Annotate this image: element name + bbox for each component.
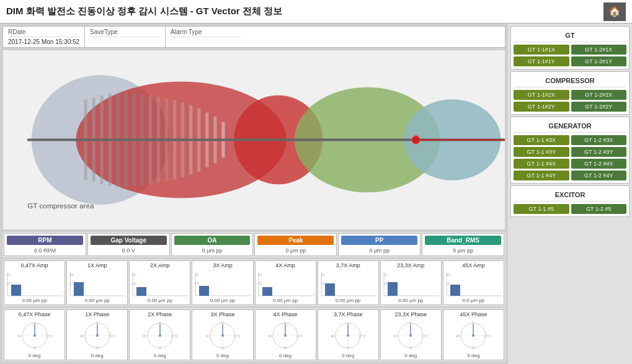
amp-bar-svg: 20 10 (69, 272, 125, 297)
svg-text:270: 270 (171, 334, 178, 338)
phase-chart-canvas: 0 S 90 270 (445, 318, 502, 352)
status-value: 0.0 V (122, 247, 135, 254)
gt-btn-generator-0[interactable]: GT 1-1 #3X (514, 135, 569, 145)
home-button[interactable]: 🏠 (603, 2, 626, 21)
gt-btn-compressor-1[interactable]: GT 1-2#2X (571, 90, 627, 100)
phase-chart-6: 23,3X Phase 0 S 90 270 0 deg (380, 309, 442, 360)
amp-chart-canvas: 20 10 (320, 269, 376, 297)
rdate-value: 2017-12-25 Mon 15:30:52 (8, 38, 79, 45)
svg-text:10: 10 (132, 282, 136, 285)
gt-btn-compressor-3[interactable]: GT 1-2#2Y (571, 102, 627, 112)
phase-dial-svg: 0 S 90 270 (204, 319, 241, 352)
svg-text:20: 20 (258, 273, 262, 277)
svg-text:270: 270 (234, 334, 241, 338)
svg-text:20: 20 (446, 273, 450, 277)
phase-chart-value: 0 deg (320, 353, 376, 358)
amp-chart-1: 1X Amp 20 10 0.00 μm pp (66, 260, 128, 305)
gt-btn-generator-1[interactable]: GT 1-2 #3X (571, 135, 627, 145)
svg-rect-64 (450, 285, 460, 296)
amp-chart-0: 0,47X Amp 20 10 0.00 μm pp (4, 260, 65, 305)
phase-chart-value: 0 deg (69, 353, 125, 358)
gt-section-excitor: EXCITOR GT 1-1 #5GT 1-2 #5 (510, 185, 630, 217)
phase-dial-svg: 0 S 90 270 (79, 319, 116, 352)
gt-btn-compressor-2[interactable]: GT 1-1#2Y (514, 102, 569, 112)
svg-text:270: 270 (109, 334, 115, 338)
amp-chart-canvas: 20 10 (6, 269, 63, 297)
gt-btn-generator-2[interactable]: GT 1-1 #3Y (514, 147, 569, 157)
phase-chart-4: 4X Phase 0 S 90 270 0 deg (255, 309, 316, 360)
svg-text:270: 270 (484, 334, 491, 338)
svg-text:10: 10 (446, 282, 450, 285)
gt-btn-generator-6[interactable]: GT 1-1 #4Y (514, 171, 569, 180)
status-label: Gap Voltage (91, 236, 167, 245)
status-item-band_rms: Band_RMS 0 μm pp (422, 233, 504, 256)
amp-chart-2: 2X Amp 20 10 0.00 μm pp (129, 260, 190, 305)
amp-chart-label: 0,47X Amp (6, 262, 63, 269)
svg-text:20: 20 (132, 273, 136, 277)
svg-text:90: 90 (143, 334, 147, 338)
phase-chart-label: 4X Phase (257, 311, 314, 317)
status-item-oa: OA 0 μm pp (171, 233, 254, 256)
phase-charts-row: 0,47X Phase 0 S 90 270 0 deg 1X Phase (2, 308, 505, 362)
savetype-cell: SaveType (85, 27, 166, 47)
phase-chart-canvas: 0 S 90 270 (257, 318, 314, 352)
amp-chart-canvas: 20 10 (131, 269, 188, 297)
gt-btn-generator-5[interactable]: GT 1-2 #4X (571, 159, 627, 169)
amp-bar-svg: 20 10 (6, 272, 63, 297)
amp-bar-svg: 20 10 (257, 272, 314, 297)
status-label: PP (341, 236, 417, 245)
status-item-gap-voltage: Gap Voltage 0.0 V (87, 233, 170, 256)
right-panel: GT GT 1-1#1XGT 1-2#1XGT 1-1#1YGT 1-2#1Y … (508, 24, 632, 364)
gt-btn-generator-3[interactable]: GT 1-2 #3Y (571, 147, 627, 157)
phase-dial-svg: 0 S 90 270 (267, 319, 304, 352)
status-value: 0 μm pp (369, 247, 389, 254)
phase-chart-value: 0 deg (445, 353, 502, 358)
phase-chart-label: 3,7X Phase (320, 311, 376, 317)
amp-chart-label: 3,7X Amp (320, 262, 376, 269)
gt-btn-excitor-0[interactable]: GT 1-1 #5 (514, 204, 569, 214)
svg-rect-29 (11, 285, 21, 296)
svg-text:20: 20 (69, 273, 74, 277)
gt-btn-gt-0[interactable]: GT 1-1#1X (514, 45, 569, 55)
phase-chart-canvas: 0 S 90 270 (69, 318, 125, 352)
amp-bar-svg: 20 10 (445, 272, 502, 297)
phase-chart-canvas: 0 S 90 270 (383, 318, 439, 352)
gt-section-generator: GENERATOR GT 1-1 #3XGT 1-2 #3XGT 1-1 #3Y… (510, 117, 630, 184)
amp-chart-canvas: 20 10 (257, 269, 314, 297)
gt-btn-gt-2[interactable]: GT 1-1#1Y (514, 56, 569, 66)
svg-text:270: 270 (422, 334, 429, 338)
gt-btn-generator-7[interactable]: GT 1-2 #4Y (571, 171, 627, 180)
phase-chart-7: 45X Phase 0 S 90 270 0 deg (443, 309, 504, 360)
svg-rect-54 (325, 283, 335, 296)
svg-rect-39 (136, 287, 146, 296)
phase-chart-label: 1X Phase (69, 311, 125, 317)
phase-chart-2: 2X Phase 0 S 90 270 0 deg (129, 309, 190, 360)
amp-bar-svg: 20 10 (131, 272, 188, 297)
svg-text:90: 90 (17, 334, 22, 338)
amp-chart-value: 0.00 μm pp (383, 298, 439, 303)
gt-section-gt: GT GT 1-1#1XGT 1-2#1XGT 1-1#1YGT 1-2#1Y (510, 26, 630, 69)
rdate-label: RDate (8, 29, 79, 37)
gt-btn-gt-1[interactable]: GT 1-2#1X (571, 45, 627, 55)
status-value: 0 μm pp (202, 247, 223, 254)
gt-btn-compressor-0[interactable]: GT 1-1#2X (514, 90, 569, 100)
svg-text:20: 20 (195, 273, 199, 277)
amp-chart-4: 4X Amp 20 10 0.00 μm pp (255, 260, 316, 305)
amp-chart-6: 23,3X Amp 20 10 0.00 μm pp (380, 260, 442, 305)
amp-chart-canvas: 20 10 (445, 269, 502, 297)
svg-rect-44 (199, 286, 209, 296)
svg-text:90: 90 (331, 334, 335, 338)
phase-chart-value: 0 deg (194, 353, 251, 358)
phase-chart-value: 0 deg (6, 353, 63, 358)
gt-btn-excitor-1[interactable]: GT 1-2 #5 (571, 204, 627, 214)
phase-chart-value: 0 deg (257, 353, 314, 358)
svg-text:GT compressor area: GT compressor area (27, 202, 94, 210)
phase-chart-value: 0 deg (383, 353, 439, 358)
amp-chart-value: 0.00 μm pp (131, 298, 188, 303)
turbine-svg: GT compressor area (3, 50, 505, 229)
gt-btn-generator-4[interactable]: GT 1-1 #4X (514, 159, 569, 169)
svg-rect-34 (74, 282, 84, 296)
gt-btn-gt-3[interactable]: GT 1-2#1Y (571, 56, 627, 66)
amp-chart-value: 0.00 μm pp (257, 298, 314, 303)
amp-bar-svg: 20 10 (194, 272, 251, 297)
